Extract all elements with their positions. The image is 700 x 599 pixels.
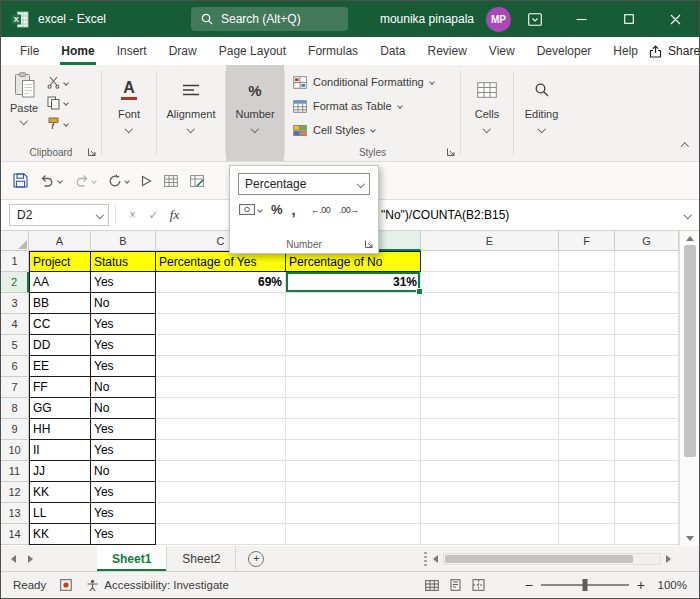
cell-F6[interactable] xyxy=(559,356,615,377)
qat-table-edit-button[interactable] xyxy=(190,175,204,187)
cell-F2[interactable] xyxy=(559,272,615,293)
hscroll-right-icon[interactable] xyxy=(666,555,671,563)
menu-tab-page-layout[interactable]: Page Layout xyxy=(208,37,297,65)
cell-G2[interactable] xyxy=(615,272,679,293)
cell-G12[interactable] xyxy=(615,482,679,503)
copy-button[interactable] xyxy=(47,96,68,110)
row-header-4[interactable]: 4 xyxy=(1,314,29,335)
cell-A10[interactable]: II xyxy=(29,440,91,461)
cell-F8[interactable] xyxy=(559,398,615,419)
share-button[interactable]: Share xyxy=(649,37,700,65)
name-box[interactable]: D2 xyxy=(9,204,109,226)
cell-B7[interactable]: No xyxy=(91,377,156,398)
row-header-9[interactable]: 9 xyxy=(1,419,29,440)
styles-dialog-launcher[interactable] xyxy=(446,147,456,157)
menu-tab-formulas[interactable]: Formulas xyxy=(297,37,369,65)
row-header-14[interactable]: 14 xyxy=(1,524,29,545)
row-header-5[interactable]: 5 xyxy=(1,335,29,356)
cell-E11[interactable] xyxy=(421,461,559,482)
cell-C2[interactable]: 69% xyxy=(156,272,286,293)
cell-C14[interactable] xyxy=(156,524,286,545)
qat-redo-button[interactable] xyxy=(74,174,96,187)
cell-D14[interactable] xyxy=(286,524,421,545)
cell-F1[interactable] xyxy=(559,251,615,272)
normal-view-icon[interactable] xyxy=(425,580,439,591)
comma-style-button[interactable]: , xyxy=(292,201,296,218)
cell-G10[interactable] xyxy=(615,440,679,461)
cell-G3[interactable] xyxy=(615,293,679,314)
cell-D2[interactable]: 31% xyxy=(286,272,421,293)
editing-group-button[interactable]: Editing xyxy=(514,65,569,161)
cell-A8[interactable]: GG xyxy=(29,398,91,419)
menu-tab-developer[interactable]: Developer xyxy=(526,37,603,65)
cell-D4[interactable] xyxy=(286,314,421,335)
row-header-12[interactable]: 12 xyxy=(1,482,29,503)
cell-D10[interactable] xyxy=(286,440,421,461)
column-header-b[interactable]: B xyxy=(91,231,156,251)
cell-A7[interactable]: FF xyxy=(29,377,91,398)
zoom-out-button[interactable]: − xyxy=(525,577,533,593)
cell-F13[interactable] xyxy=(559,503,615,524)
cell-C1[interactable]: Percentage of Yes xyxy=(156,251,286,272)
new-sheet-button[interactable]: + xyxy=(248,551,264,567)
menu-tab-data[interactable]: Data xyxy=(369,37,416,65)
cell-F3[interactable] xyxy=(559,293,615,314)
cell-G5[interactable] xyxy=(615,335,679,356)
menu-tab-view[interactable]: View xyxy=(478,37,526,65)
row-header-11[interactable]: 11 xyxy=(1,461,29,482)
qat-save-button[interactable] xyxy=(13,173,28,188)
number-group-button[interactable]: % Number xyxy=(226,65,284,161)
cell-B2[interactable]: Yes xyxy=(91,272,156,293)
cell-B12[interactable]: Yes xyxy=(91,482,156,503)
cell-E1[interactable] xyxy=(421,251,559,272)
cell-B3[interactable]: No xyxy=(91,293,156,314)
cell-C13[interactable] xyxy=(156,503,286,524)
row-header-10[interactable]: 10 xyxy=(1,440,29,461)
cell-D8[interactable] xyxy=(286,398,421,419)
accounting-format-button[interactable] xyxy=(239,204,262,215)
cell-E4[interactable] xyxy=(421,314,559,335)
alignment-group-button[interactable]: Alignment xyxy=(157,65,225,161)
column-header-a[interactable]: A xyxy=(29,231,91,251)
qat-refresh-button[interactable] xyxy=(108,174,129,188)
qat-run-button[interactable] xyxy=(141,175,152,187)
number-dialog-launcher[interactable] xyxy=(364,239,374,249)
cell-C7[interactable] xyxy=(156,377,286,398)
cell-C9[interactable] xyxy=(156,419,286,440)
cell-A9[interactable]: HH xyxy=(29,419,91,440)
decrease-decimal-button[interactable]: .00→ xyxy=(339,205,359,215)
cell-F14[interactable] xyxy=(559,524,615,545)
cell-B13[interactable]: Yes xyxy=(91,503,156,524)
cell-F5[interactable] xyxy=(559,335,615,356)
clipboard-dialog-launcher[interactable] xyxy=(87,147,97,157)
paste-button[interactable]: Paste xyxy=(10,72,38,130)
cell-E7[interactable] xyxy=(421,377,559,398)
cell-E9[interactable] xyxy=(421,419,559,440)
avatar[interactable]: MP xyxy=(486,7,511,32)
menu-tab-draw[interactable]: Draw xyxy=(158,37,208,65)
cell-styles-button[interactable]: Cell Styles xyxy=(293,118,460,142)
cell-D11[interactable] xyxy=(286,461,421,482)
cell-D13[interactable] xyxy=(286,503,421,524)
format-painter-button[interactable] xyxy=(47,117,68,130)
cell-A14[interactable]: KK xyxy=(29,524,91,545)
column-header-g[interactable]: G xyxy=(615,231,679,251)
row-header-6[interactable]: 6 xyxy=(1,356,29,377)
cell-C8[interactable] xyxy=(156,398,286,419)
minimize-button[interactable] xyxy=(558,1,605,37)
increase-decimal-button[interactable]: ←.00 xyxy=(311,205,331,215)
horizontal-scrollbar[interactable] xyxy=(427,546,677,571)
cell-A6[interactable]: EE xyxy=(29,356,91,377)
cell-C6[interactable] xyxy=(156,356,286,377)
sheet-nav-right-icon[interactable] xyxy=(28,555,33,563)
cells-group-button[interactable]: Cells xyxy=(461,65,513,161)
formula-bar-expand-icon[interactable] xyxy=(683,211,691,219)
cell-D12[interactable] xyxy=(286,482,421,503)
collapse-ribbon-button[interactable] xyxy=(682,135,688,153)
cell-G11[interactable] xyxy=(615,461,679,482)
format-as-table-button[interactable]: Format as Table xyxy=(293,94,460,118)
vertical-scroll-thumb[interactable] xyxy=(684,245,696,457)
cell-B5[interactable]: Yes xyxy=(91,335,156,356)
cell-C5[interactable] xyxy=(156,335,286,356)
cell-D3[interactable] xyxy=(286,293,421,314)
